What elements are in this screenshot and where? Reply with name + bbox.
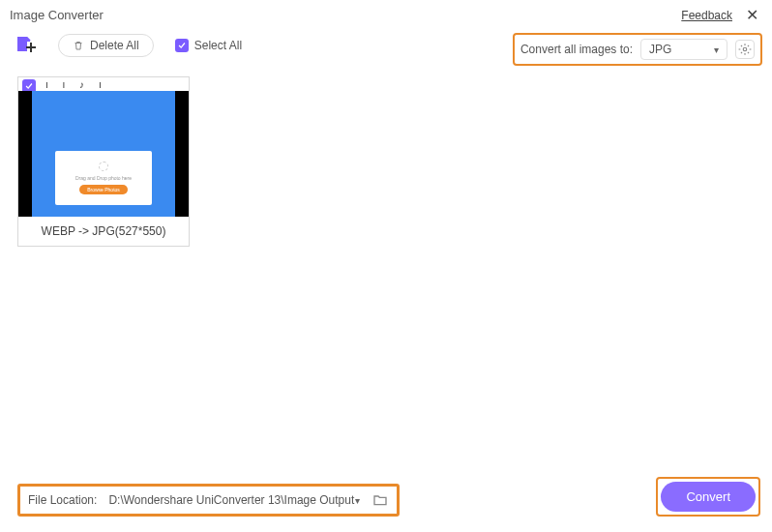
header: Image Converter Feedback ✕ [0, 0, 772, 28]
convert-button[interactable]: Convert [661, 482, 756, 512]
image-gallery: ı ı ♪ ı Drag and Drop photo here Browse … [0, 67, 772, 256]
header-right: Feedback ✕ [681, 6, 762, 24]
settings-icon[interactable] [735, 40, 755, 59]
convert-to-label: Convert all images to: [520, 43, 633, 56]
format-select[interactable]: JPG ▾ [640, 39, 727, 60]
add-image-icon[interactable] [14, 34, 37, 57]
convert-button-wrap: Convert [656, 477, 760, 517]
app-title: Image Converter [10, 8, 104, 22]
image-card[interactable]: ı ı ♪ ı Drag and Drop photo here Browse … [17, 76, 190, 247]
checkbox-icon [175, 39, 189, 52]
select-all-checkbox[interactable]: Select All [175, 39, 242, 52]
chevron-down-icon: ▾ [714, 44, 719, 55]
card-marks: ı ı ♪ ı [45, 79, 107, 90]
delete-all-label: Delete All [90, 39, 139, 52]
chevron-down-icon: ▾ [355, 495, 360, 506]
feedback-link[interactable]: Feedback [681, 9, 732, 22]
format-value: JPG [649, 43, 671, 56]
svg-rect-1 [30, 43, 32, 52]
card-header: ı ı ♪ ı [18, 77, 189, 91]
file-location-label: File Location: [28, 493, 97, 507]
preview-panel: Drag and Drop photo here Browse Photos [55, 151, 152, 205]
svg-point-2 [743, 47, 747, 51]
file-location-select[interactable]: D:\Wondershare UniConverter 13\Image Out… [104, 493, 364, 507]
preview-text: Drag and Drop photo here [75, 175, 132, 181]
file-location-path: D:\Wondershare UniConverter 13\Image Out… [108, 493, 354, 507]
card-preview: Drag and Drop photo here Browse Photos [18, 91, 189, 217]
folder-icon[interactable] [371, 491, 389, 509]
trash-icon [73, 40, 84, 51]
file-location-bar: File Location: D:\Wondershare UniConvert… [17, 484, 400, 517]
upload-icon [99, 162, 108, 171]
convert-format-bar: Convert all images to: JPG ▾ [513, 33, 762, 66]
card-caption: WEBP -> JPG(527*550) [18, 217, 189, 246]
select-all-label: Select All [194, 39, 242, 52]
close-icon[interactable]: ✕ [742, 6, 762, 24]
delete-all-button[interactable]: Delete All [58, 34, 154, 57]
preview-button: Browse Photos [79, 185, 128, 194]
